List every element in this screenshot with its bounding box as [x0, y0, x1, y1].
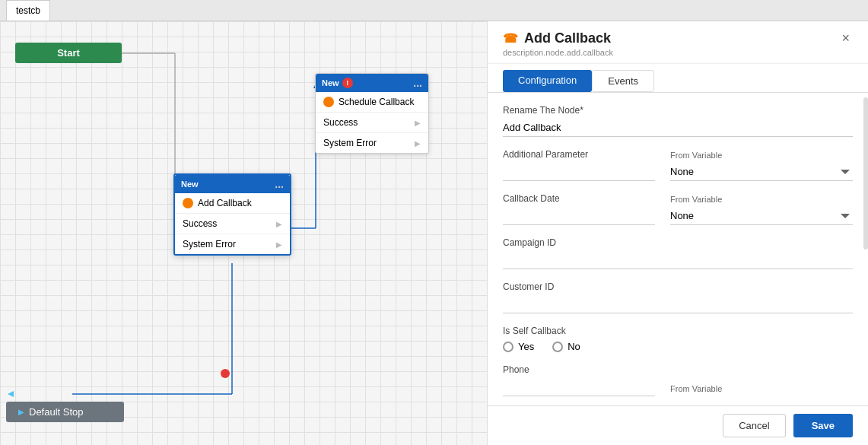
callback-date-label: Callback Date [503, 193, 655, 204]
tab-events-label: Events [608, 75, 638, 87]
rename-input[interactable] [503, 119, 853, 137]
panel-footer: Cancel Save [488, 405, 868, 445]
campaign-id-input[interactable] [503, 251, 853, 269]
tab-testcb[interactable]: testcb [6, 0, 50, 21]
additional-parameter-input[interactable] [503, 163, 655, 181]
add-callback-header: New ... [175, 175, 290, 193]
main-container: Start New ! ... Schedule Callback Succes… [0, 21, 868, 445]
panel-subtitle: description.node.add.callback [503, 48, 613, 57]
phone-input[interactable] [503, 378, 655, 396]
panel-tabs: Configuration Events [488, 64, 868, 93]
close-button[interactable]: × [838, 30, 853, 46]
schedule-callback-title-label: Schedule Callback [339, 97, 414, 107]
add-callback-dots-menu[interactable]: ... [275, 178, 284, 190]
phone-row: Phone From Variable [503, 364, 853, 396]
radio-no-label: No [568, 341, 580, 352]
add-callback-success-option[interactable]: Success ▶ [175, 214, 290, 234]
phone-col: Phone [503, 364, 655, 396]
additional-parameter-var-col: From Variable None [670, 151, 853, 181]
add-callback-system-error-label: System Error [183, 239, 236, 250]
panel-title-area: ☎ Add Callback description.node.add.call… [503, 30, 613, 57]
add-callback-node[interactable]: New ... Add Callback Success ▶ System Er… [173, 173, 291, 256]
rename-field: Rename The Node* [503, 105, 853, 137]
panel-callback-icon: ☎ [503, 31, 518, 46]
error-dot [221, 369, 230, 378]
add-callback-title-label: Add Callback [198, 198, 252, 208]
schedule-callback-icon [323, 97, 334, 107]
add-callback-icon [183, 198, 193, 208]
tab-configuration[interactable]: Configuration [503, 70, 592, 92]
schedule-success-arrow: ▶ [415, 119, 421, 127]
tab-configuration-label: Configuration [518, 75, 577, 86]
tab-bar: testcb [0, 0, 868, 21]
panel-title-text: Add Callback [524, 30, 611, 46]
svg-marker-4 [8, 391, 14, 397]
callback-date-col: Callback Date [503, 193, 655, 225]
save-button[interactable]: Save [793, 414, 853, 437]
campaign-id-label: Campaign ID [503, 237, 853, 248]
customer-id-field: Customer ID [503, 281, 853, 313]
cancel-button[interactable]: Cancel [723, 414, 785, 437]
additional-parameter-col: Additional Parameter [503, 149, 655, 181]
radio-yes-circle [503, 342, 513, 352]
panel-title: ☎ Add Callback [503, 30, 613, 46]
schedule-callback-node[interactable]: New ! ... Schedule Callback Success ▶ Sy… [315, 73, 429, 154]
add-callback-system-error-arrow: ▶ [276, 240, 282, 249]
panel-scrollbar[interactable] [863, 97, 868, 250]
default-stop-label: Default Stop [29, 406, 84, 418]
schedule-system-error-arrow: ▶ [415, 139, 421, 148]
schedule-badge-label: New [322, 78, 339, 87]
schedule-callback-badge: New ! [322, 78, 353, 88]
phone-from-variable-label: From Variable [670, 384, 853, 393]
start-node: Start [15, 43, 122, 63]
campaign-id-field: Campaign ID [503, 237, 853, 269]
schedule-dots-menu[interactable]: ... [413, 77, 422, 89]
add-callback-success-arrow: ▶ [276, 220, 282, 228]
phone-var-col: From Variable [670, 384, 853, 396]
radio-yes[interactable]: Yes [503, 341, 534, 352]
additional-parameter-row: Additional Parameter From Variable None [503, 149, 853, 181]
canvas-area: Start New ! ... Schedule Callback Succes… [0, 21, 487, 445]
rename-label: Rename The Node* [503, 105, 853, 116]
radio-no-circle [552, 342, 563, 352]
callback-date-from-variable-label: From Variable [670, 195, 853, 204]
add-callback-success-label: Success [183, 218, 217, 229]
schedule-error-icon: ! [342, 78, 353, 88]
customer-id-input[interactable] [503, 295, 853, 313]
callback-date-var-col: From Variable None [670, 195, 853, 225]
additional-parameter-label: Additional Parameter [503, 149, 655, 160]
schedule-success-label: Success [323, 117, 358, 128]
add-callback-badge-label: New [181, 180, 199, 189]
radio-group: Yes No [503, 341, 853, 352]
phone-label: Phone [503, 364, 655, 375]
customer-id-label: Customer ID [503, 281, 853, 292]
additional-from-variable-select[interactable]: None [670, 163, 853, 181]
schedule-callback-title: Schedule Callback [316, 92, 428, 113]
radio-no[interactable]: No [552, 341, 580, 352]
add-callback-title: Add Callback [175, 193, 290, 214]
callback-date-from-variable-select[interactable]: None [670, 207, 853, 225]
add-callback-system-error-option[interactable]: System Error ▶ [175, 234, 290, 254]
schedule-system-error-option[interactable]: System Error ▶ [316, 133, 428, 153]
default-stop-node: Default Stop [6, 402, 124, 422]
tab-label: testcb [16, 5, 40, 16]
schedule-success-option[interactable]: Success ▶ [316, 113, 428, 133]
panel-content: Rename The Node* Additional Parameter Fr… [488, 93, 868, 405]
additional-from-variable-label: From Variable [670, 151, 853, 160]
schedule-callback-header: New ! ... [316, 74, 428, 92]
is-self-callback-label: Is Self Callback [503, 326, 853, 336]
callback-date-row: Callback Date From Variable None [503, 193, 853, 225]
radio-yes-label: Yes [518, 341, 534, 352]
panel-header: ☎ Add Callback description.node.add.call… [488, 21, 868, 64]
callback-date-input[interactable] [503, 207, 655, 225]
schedule-system-error-label: System Error [323, 138, 377, 148]
start-node-label: Start [57, 47, 80, 59]
right-panel: ☎ Add Callback description.node.add.call… [487, 21, 868, 445]
tab-events[interactable]: Events [592, 70, 654, 92]
is-self-callback-field: Is Self Callback Yes No [503, 326, 853, 352]
